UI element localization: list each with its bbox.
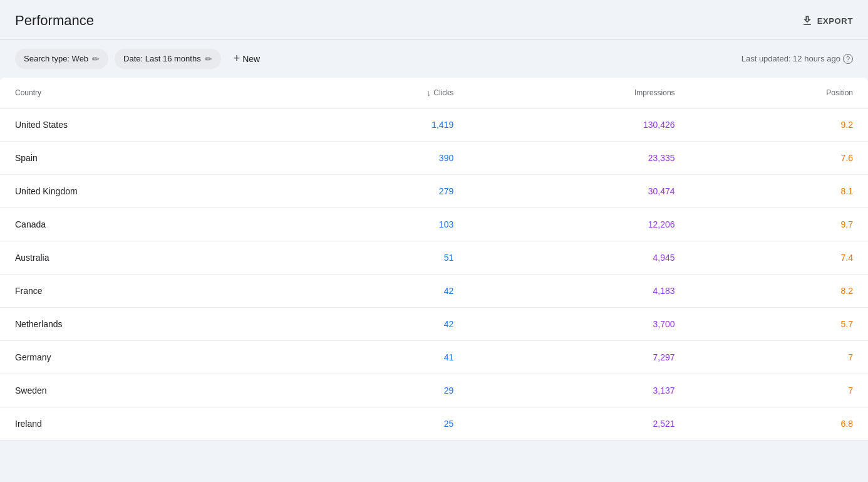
country-cell: United Kingdom xyxy=(0,175,290,208)
data-table: Country ↓ Clicks Impressions Position xyxy=(0,78,868,441)
table-row[interactable]: Sweden 29 3,137 7 xyxy=(0,374,868,407)
clicks-cell: 103 xyxy=(290,208,468,241)
column-header-clicks[interactable]: ↓ Clicks xyxy=(290,78,468,108)
table-row[interactable]: Netherlands 42 3,700 5.7 xyxy=(0,308,868,341)
position-cell: 7.4 xyxy=(690,241,868,275)
position-cell: 6.8 xyxy=(690,407,868,441)
filters-bar: Search type: Web ✏ Date: Last 16 months … xyxy=(0,39,868,78)
download-icon xyxy=(801,14,814,27)
impressions-cell: 130,426 xyxy=(468,108,690,142)
table-body: United States 1,419 130,426 9.2 Spain 39… xyxy=(0,108,868,441)
clicks-cell: 279 xyxy=(290,175,468,208)
new-button[interactable]: + New xyxy=(227,47,267,70)
position-cell: 9.2 xyxy=(690,108,868,142)
impressions-cell: 4,183 xyxy=(468,275,690,308)
table-row[interactable]: Canada 103 12,206 9.7 xyxy=(0,208,868,241)
impressions-cell: 4,945 xyxy=(468,241,690,275)
table-row[interactable]: Spain 390 23,335 7.6 xyxy=(0,142,868,175)
clicks-cell: 51 xyxy=(290,241,468,275)
clicks-cell: 42 xyxy=(290,275,468,308)
search-type-filter[interactable]: Search type: Web ✏ xyxy=(15,49,108,69)
table-row[interactable]: France 42 4,183 8.2 xyxy=(0,275,868,308)
impressions-cell: 3,137 xyxy=(468,374,690,407)
column-header-country: Country xyxy=(0,78,290,108)
position-cell: 8.1 xyxy=(690,175,868,208)
table-container: Country ↓ Clicks Impressions Position xyxy=(0,78,868,441)
table-row[interactable]: United Kingdom 279 30,474 8.1 xyxy=(0,175,868,208)
column-header-impressions[interactable]: Impressions xyxy=(468,78,690,108)
search-type-label: Search type: Web xyxy=(24,54,88,63)
table-row[interactable]: Ireland 25 2,521 6.8 xyxy=(0,407,868,441)
new-label: New xyxy=(242,54,260,64)
country-cell: France xyxy=(0,275,290,308)
column-header-position[interactable]: Position xyxy=(690,78,868,108)
position-cell: 7 xyxy=(690,374,868,407)
date-filter[interactable]: Date: Last 16 months ✏ xyxy=(115,49,221,69)
header: Performance EXPORT xyxy=(0,0,868,39)
country-cell: Ireland xyxy=(0,407,290,441)
position-cell: 8.2 xyxy=(690,275,868,308)
position-cell: 7.6 xyxy=(690,142,868,175)
edit-icon-date: ✏ xyxy=(205,54,212,64)
export-button[interactable]: EXPORT xyxy=(801,14,853,27)
clicks-cell: 29 xyxy=(290,374,468,407)
country-cell: Canada xyxy=(0,208,290,241)
impressions-cell: 23,335 xyxy=(468,142,690,175)
last-updated: Last updated: 12 hours ago ? xyxy=(741,54,853,64)
country-cell: Sweden xyxy=(0,374,290,407)
country-cell: Germany xyxy=(0,341,290,374)
position-cell: 5.7 xyxy=(690,308,868,341)
country-cell: Netherlands xyxy=(0,308,290,341)
page-container: Performance EXPORT Search type: Web ✏ Da… xyxy=(0,0,868,441)
impressions-cell: 3,700 xyxy=(468,308,690,341)
country-cell: United States xyxy=(0,108,290,142)
impressions-cell: 2,521 xyxy=(468,407,690,441)
impressions-cell: 30,474 xyxy=(468,175,690,208)
clicks-cell: 41 xyxy=(290,341,468,374)
table-header-row: Country ↓ Clicks Impressions Position xyxy=(0,78,868,108)
filters-left: Search type: Web ✏ Date: Last 16 months … xyxy=(15,47,266,70)
plus-icon: + xyxy=(234,52,240,65)
clicks-cell: 42 xyxy=(290,308,468,341)
page-title: Performance xyxy=(15,13,94,29)
edit-icon: ✏ xyxy=(92,54,100,64)
help-icon[interactable]: ? xyxy=(843,54,853,64)
sort-desc-icon: ↓ xyxy=(426,88,431,98)
position-cell: 7 xyxy=(690,341,868,374)
last-updated-text: Last updated: 12 hours ago xyxy=(741,54,840,63)
clicks-cell: 1,419 xyxy=(290,108,468,142)
clicks-cell: 25 xyxy=(290,407,468,441)
export-label: EXPORT xyxy=(817,16,853,26)
table-row[interactable]: Germany 41 7,297 7 xyxy=(0,341,868,374)
impressions-cell: 12,206 xyxy=(468,208,690,241)
country-cell: Australia xyxy=(0,241,290,275)
country-cell: Spain xyxy=(0,142,290,175)
position-cell: 9.7 xyxy=(690,208,868,241)
impressions-cell: 7,297 xyxy=(468,341,690,374)
table-row[interactable]: Australia 51 4,945 7.4 xyxy=(0,241,868,275)
table-row[interactable]: United States 1,419 130,426 9.2 xyxy=(0,108,868,142)
date-label: Date: Last 16 months xyxy=(123,54,201,63)
clicks-cell: 390 xyxy=(290,142,468,175)
